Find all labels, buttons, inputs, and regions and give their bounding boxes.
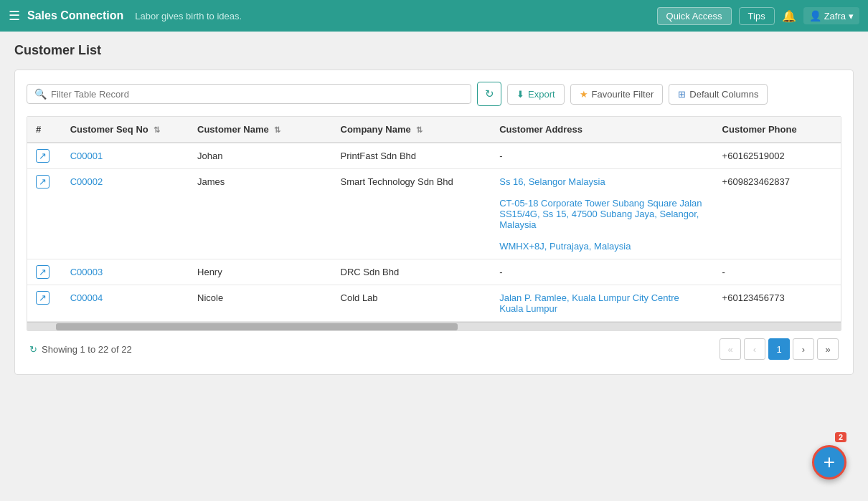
customer-seq-link[interactable]: C00001 [70,151,103,161]
col-header-seq[interactable]: Customer Seq No ⇅ [62,117,189,143]
prev-page-button[interactable]: ‹ [744,338,765,360]
data-table-wrapper: # Customer Seq No ⇅ Customer Name ⇅ Comp… [27,116,841,331]
customer-name-cell: James [189,169,332,259]
scrollbar-thumb[interactable] [56,323,458,330]
address-entry: CT-05-18 Corporate Tower Subang Square J… [499,198,702,230]
main-card: 🔍 ↻ ⬇ Export ★ Favourite Filter ⊞ Defaul… [14,70,854,375]
pagination-bar: ↻ Showing 1 to 22 of 22 « ‹ 1 › » [27,331,841,363]
customer-address-cell: - [491,259,713,285]
top-navigation: ☰ Sales Connection Labor gives birth to … [0,0,868,32]
refresh-button[interactable]: ↻ [477,82,501,106]
customer-address-cell: Ss 16, Selangor MalaysiaCT-05-18 Corpora… [491,169,713,259]
sort-icon-name: ⇅ [274,125,280,134]
customer-seq-link[interactable]: C00002 [70,176,103,187]
last-page-button[interactable]: » [817,338,839,360]
toolbar: 🔍 ↻ ⬇ Export ★ Favourite Filter ⊞ Defaul… [27,82,841,106]
user-menu[interactable]: 👤 Zafra ▾ [803,7,859,24]
company-name-cell: PrintFast Sdn Bhd [332,143,491,169]
customer-seq-link[interactable]: C00003 [70,267,103,277]
company-name-cell: Smart Technology Sdn Bhd [332,169,491,259]
address-entry: Ss 16, Selangor Malaysia [499,176,605,187]
default-columns-button[interactable]: ⊞ Default Columns [669,84,768,105]
col-header-company[interactable]: Company Name ⇅ [332,117,491,143]
customer-table: # Customer Seq No ⇅ Customer Name ⇅ Comp… [27,117,841,322]
first-page-button[interactable]: « [720,338,741,360]
download-icon: ⬇ [516,89,524,100]
menu-icon[interactable]: ☰ [9,8,20,24]
tagline: Labor gives birth to ideas. [135,11,649,22]
user-name: Zafra [824,11,846,22]
search-box: 🔍 [27,84,471,104]
open-record-icon[interactable]: ↗︎ [36,291,49,305]
table-row: ↗︎C00001JohanPrintFast Sdn Bhd-+60162519… [27,143,841,169]
customer-phone-cell: +609823462837 [714,169,841,259]
sort-icon-seq: ⇅ [154,125,160,134]
brand-name: Sales Connection [27,9,123,22]
customer-address-cell: Jalan P. Ramlee, Kuala Lumpur City Centr… [491,285,713,322]
open-record-icon[interactable]: ↗︎ [36,265,49,279]
user-icon: 👤 [809,10,821,22]
next-page-button[interactable]: › [793,338,814,360]
customer-address-cell: - [491,143,713,169]
address-entry: Jalan P. Ramlee, Kuala Lumpur City Centr… [499,292,679,314]
col-header-hash: # [27,117,62,143]
bell-icon[interactable]: 🔔 [782,9,796,23]
tips-button[interactable]: Tips [739,7,775,25]
columns-icon: ⊞ [678,89,686,100]
col-header-name[interactable]: Customer Name ⇅ [189,117,332,143]
address-entry: WMHX+8J, Putrajaya, Malaysia [499,241,631,252]
col-header-address: Customer Address [491,117,713,143]
customer-phone-cell: - [714,259,841,285]
showing-refresh-icon[interactable]: ↻ [29,344,37,355]
open-record-icon[interactable]: ↗︎ [36,175,49,189]
showing-label: Showing 1 to 22 of 22 [42,344,132,355]
export-button[interactable]: ⬇ Export [507,84,565,105]
page-controls: « ‹ 1 › » [720,338,839,360]
favourite-filter-button[interactable]: ★ Favourite Filter [570,84,664,105]
sort-icon-company: ⇅ [416,125,423,134]
table-row: ↗︎C00002JamesSmart Technology Sdn BhdSs … [27,169,841,259]
page-1-button[interactable]: 1 [768,338,790,360]
table-row: ↗︎C00004NicoleCold LabJalan P. Ramlee, K… [27,285,841,322]
page-title: Customer List [14,43,854,58]
col-header-phone: Customer Phone [714,117,841,143]
horizontal-scrollbar[interactable] [27,322,841,330]
customer-name-cell: Nicole [189,285,332,322]
showing-text: ↻ Showing 1 to 22 of 22 [29,344,132,355]
customer-phone-cell: +60123456773 [714,285,841,322]
open-record-icon[interactable]: ↗︎ [36,149,49,163]
company-name-cell: Cold Lab [332,285,491,322]
table-row: ↗︎C00003HenryDRC Sdn Bhd-- [27,259,841,285]
chevron-down-icon: ▾ [849,11,854,22]
quick-access-button[interactable]: Quick Access [657,7,732,25]
page-content: Customer List 🔍 ↻ ⬇ Export ★ Favourite F… [0,32,868,386]
company-name-cell: DRC Sdn Bhd [332,259,491,285]
star-icon: ★ [580,89,588,100]
customer-phone-cell: +60162519002 [714,143,841,169]
customer-name-cell: Johan [189,143,332,169]
customer-name-cell: Henry [189,259,332,285]
table-header-row: # Customer Seq No ⇅ Customer Name ⇅ Comp… [27,117,841,143]
table-body: ↗︎C00001JohanPrintFast Sdn Bhd-+60162519… [27,143,841,322]
customer-seq-link[interactable]: C00004 [70,292,103,303]
search-input[interactable] [51,89,463,100]
search-icon: 🔍 [34,88,47,100]
